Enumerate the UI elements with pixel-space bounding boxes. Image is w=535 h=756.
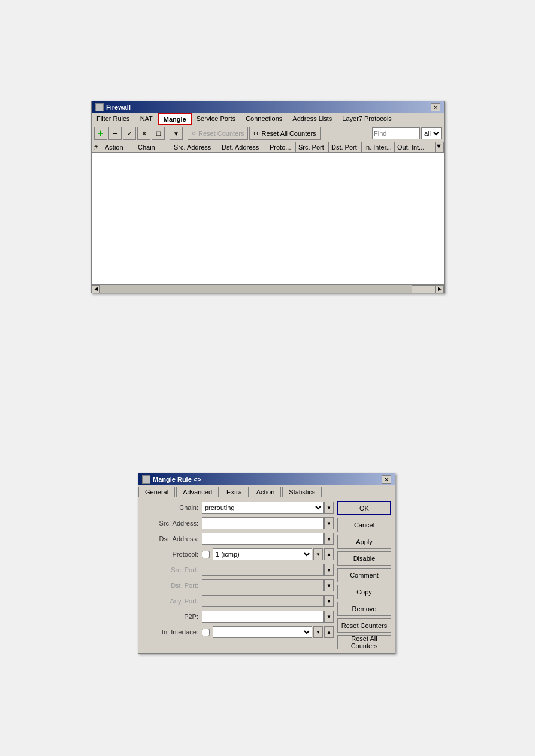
horizontal-scrollbar[interactable]: ◀ ▶: [92, 284, 444, 293]
mangle-title: Mangle Rule <>: [153, 476, 201, 483]
dst-address-arrow[interactable]: ▼: [324, 533, 334, 545]
tab-filter-rules[interactable]: Filter Rules: [92, 113, 135, 125]
firewall-menu-bar: Filter Rules NAT Mangle Service Ports Co…: [92, 113, 444, 125]
col-dst-address: Dst. Address: [219, 142, 267, 152]
protocol-dropdown-arrow[interactable]: ▼: [313, 548, 323, 560]
p2p-container: ▼: [202, 611, 334, 623]
mangle-tab-extra[interactable]: Extra: [220, 487, 249, 497]
add-button[interactable]: +: [94, 127, 107, 140]
filter-select[interactable]: all: [421, 127, 442, 139]
remove-button[interactable]: Remove: [337, 602, 391, 616]
protocol-checkbox[interactable]: [202, 551, 210, 558]
reset-counters-label: Reset Counters: [198, 130, 244, 137]
dst-port-arrow[interactable]: ▼: [324, 579, 334, 591]
reset-all-counters-button[interactable]: Reset All Counters: [337, 635, 391, 649]
tab-nat[interactable]: NAT: [135, 113, 158, 125]
chain-row: Chain: prerouting ▼: [142, 501, 334, 514]
firewall-close-button[interactable]: ✕: [431, 103, 440, 111]
dst-address-row: Dst. Address: ▼: [142, 532, 334, 545]
chain-select[interactable]: prerouting: [202, 502, 324, 514]
reset-counters-button[interactable]: ↺ Reset Counters: [188, 127, 248, 140]
dst-address-input[interactable]: [202, 533, 324, 545]
firewall-window: Firewall ✕ Filter Rules NAT Mangle Servi…: [91, 101, 445, 293]
scroll-thumb[interactable]: [412, 285, 436, 293]
filter-button[interactable]: ▼: [170, 127, 183, 140]
dst-port-input[interactable]: [202, 579, 324, 591]
col-dst-port: Dst. Port: [329, 142, 362, 152]
src-port-container: ▼: [202, 564, 334, 576]
src-address-input[interactable]: [202, 517, 324, 529]
mangle-tab-advanced[interactable]: Advanced: [176, 487, 219, 497]
in-interface-dropdown-arrow[interactable]: ▼: [313, 626, 323, 638]
mangle-tab-statistics[interactable]: Statistics: [282, 487, 322, 497]
scroll-right-arrow[interactable]: ▶: [436, 285, 444, 293]
col-proto: Proto...: [267, 142, 296, 152]
mangle-form: Chain: prerouting ▼ Src. Address: ▼ Dst: [142, 501, 334, 649]
in-interface-up-arrow[interactable]: ▲: [324, 626, 334, 638]
mangle-titlebar: Mangle Rule <> ✕: [138, 473, 395, 485]
p2p-input[interactable]: [202, 611, 324, 623]
dst-address-label: Dst. Address:: [142, 535, 202, 542]
src-address-label: Src. Address:: [142, 520, 202, 527]
disable-button[interactable]: ✕: [137, 127, 150, 140]
tab-layer7[interactable]: Layer7 Protocols: [337, 113, 397, 125]
protocol-label: Protocol:: [142, 551, 202, 558]
mangle-body: Chain: prerouting ▼ Src. Address: ▼ Dst: [138, 497, 395, 653]
copy-button-tb[interactable]: ☐: [152, 127, 165, 140]
reset-all-counters-button[interactable]: 00 Reset All Counters: [249, 127, 320, 140]
mangle-tab-general[interactable]: General: [138, 487, 175, 497]
search-input[interactable]: [372, 127, 420, 139]
disable-button[interactable]: Disable: [337, 551, 391, 566]
mangle-tabs: General Advanced Extra Action Statistics: [138, 485, 395, 497]
comment-button[interactable]: Comment: [337, 568, 391, 582]
ok-button[interactable]: OK: [337, 501, 391, 515]
protocol-up-arrow[interactable]: ▲: [324, 548, 334, 560]
in-interface-container: ▼ ▲: [202, 626, 334, 638]
reset-counters-button[interactable]: Reset Counters: [337, 618, 391, 633]
mangle-rule-window: Mangle Rule <> ✕ General Advanced Extra …: [138, 473, 395, 654]
tab-address-lists[interactable]: Address Lists: [288, 113, 337, 125]
dst-port-label: Dst. Port:: [142, 582, 202, 589]
any-port-row: Any. Port: ▼: [142, 594, 334, 608]
apply-button[interactable]: Apply: [337, 535, 391, 549]
cancel-button[interactable]: Cancel: [337, 518, 391, 532]
in-interface-select[interactable]: [213, 626, 312, 638]
any-port-label: Any. Port:: [142, 597, 202, 605]
chain-label: Chain:: [142, 504, 202, 511]
reset-all-icon: 00: [253, 130, 259, 136]
any-port-input[interactable]: [202, 595, 324, 607]
firewall-toolbar: + − ✓ ✕ ☐ ▼ ↺ Reset Counters 00 Reset Al…: [92, 125, 444, 142]
col-num: #: [92, 142, 102, 152]
col-action: Action: [102, 142, 135, 152]
scroll-track[interactable]: [100, 285, 436, 293]
chain-dropdown-arrow[interactable]: ▼: [324, 502, 334, 514]
p2p-label: P2P:: [142, 613, 202, 620]
src-port-arrow[interactable]: ▼: [324, 564, 334, 576]
protocol-container: 1 (icmp) ▼ ▲: [202, 548, 334, 560]
src-port-input[interactable]: [202, 564, 324, 576]
enable-button[interactable]: ✓: [123, 127, 136, 140]
copy-button[interactable]: Copy: [337, 585, 391, 599]
col-chain: Chain: [135, 142, 171, 152]
tab-connections[interactable]: Connections: [241, 113, 288, 125]
protocol-select[interactable]: 1 (icmp): [213, 548, 312, 560]
dst-port-row: Dst. Port: ▼: [142, 579, 334, 592]
table-body: [92, 153, 444, 284]
mangle-close-button[interactable]: ✕: [382, 475, 391, 484]
p2p-arrow[interactable]: ▼: [324, 611, 334, 623]
any-port-container: ▼: [202, 595, 334, 607]
src-port-row: Src. Port: ▼: [142, 563, 334, 576]
in-interface-checkbox[interactable]: [202, 629, 210, 636]
any-port-arrow[interactable]: ▼: [324, 595, 334, 607]
in-interface-label: In. Interface:: [142, 629, 202, 636]
dst-port-container: ▼: [202, 579, 334, 591]
mangle-buttons: OK Cancel Apply Disable Comment Copy Rem…: [337, 501, 391, 649]
scroll-left-arrow[interactable]: ◀: [92, 285, 100, 293]
tab-mangle[interactable]: Mangle: [158, 113, 192, 125]
remove-button[interactable]: −: [108, 127, 122, 140]
p2p-row: P2P: ▼: [142, 610, 334, 623]
src-address-arrow[interactable]: ▼: [324, 517, 334, 529]
tab-service-ports[interactable]: Service Ports: [192, 113, 241, 125]
reset-all-label: Reset All Counters: [261, 130, 316, 137]
mangle-tab-action[interactable]: Action: [250, 487, 282, 497]
